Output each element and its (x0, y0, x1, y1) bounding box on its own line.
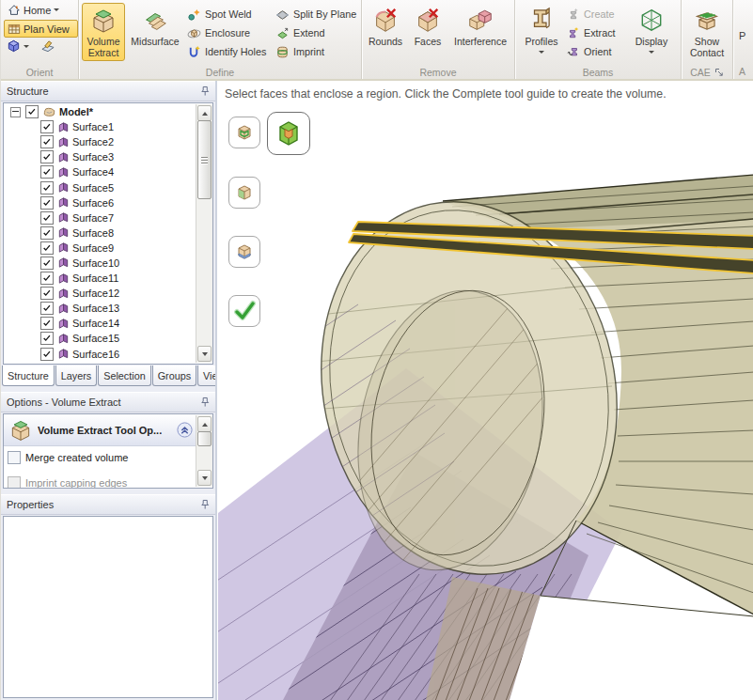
visibility-checkbox[interactable] (40, 272, 54, 285)
extend-icon (275, 26, 290, 40)
collapse-section-button[interactable] (174, 422, 196, 438)
ribbon-group-clipped: P A (733, 0, 753, 79)
volume-extract-label-1: Volume (86, 37, 119, 48)
profiles-button[interactable]: Profiles (520, 3, 563, 61)
visibility-checkbox[interactable] (40, 196, 54, 210)
sketch-view-button[interactable] (38, 38, 58, 55)
surface-icon (57, 151, 70, 163)
tree-item-label: Surface4 (72, 166, 114, 178)
visibility-checkbox[interactable] (40, 226, 54, 240)
scroll-down-button[interactable] (197, 346, 212, 362)
beam-create-icon (567, 8, 580, 21)
visibility-checkbox[interactable] (40, 165, 54, 179)
panel-tab[interactable]: Layers (55, 366, 97, 386)
pin-icon[interactable] (200, 86, 210, 97)
display-button[interactable]: Display (629, 3, 674, 61)
panel-tab-row: Structure Layers Selection Groups Views (1, 366, 215, 386)
enclosure-button[interactable]: Enclosure (184, 23, 273, 42)
volume-extract-label-2: Extract (88, 48, 119, 59)
visibility-checkbox[interactable] (40, 332, 54, 345)
dialog-launcher-icon[interactable] (714, 68, 724, 77)
scroll-down-button[interactable] (197, 470, 212, 486)
pin-icon[interactable] (200, 397, 210, 408)
tree-item-surface[interactable]: Surface9 (4, 241, 196, 256)
tree-item-surface[interactable]: Surface10 (4, 256, 196, 271)
pin-icon[interactable] (200, 499, 210, 510)
visibility-checkbox[interactable] (40, 135, 54, 148)
visibility-checkbox[interactable] (25, 105, 39, 118)
beam-orient-button[interactable]: Orient (564, 42, 628, 61)
scroll-thumb[interactable] (197, 431, 212, 446)
tree-item-surface[interactable]: Surface6 (4, 195, 196, 210)
checkmark-icon (42, 183, 52, 193)
ribbon-group-define: Volume Extract Midsurface Spot Weld (79, 0, 362, 79)
tree-item-surface[interactable]: Surface1 (4, 119, 196, 134)
tree-item-surface[interactable]: Surface15 (4, 331, 196, 346)
tree-item-surface[interactable]: Surface3 (4, 149, 196, 164)
merge-created-volume-option[interactable]: Merge created volume (8, 451, 196, 464)
home-button[interactable]: Home (4, 1, 78, 19)
scroll-up-button[interactable] (197, 416, 212, 432)
imprint-capping-edges-option[interactable]: Imprint capping edges (8, 476, 196, 489)
scroll-thumb[interactable] (197, 120, 212, 199)
surface-icon (57, 348, 70, 360)
midsurface-button[interactable]: Midsurface (127, 3, 183, 61)
viewport-3d[interactable]: Select faces that enclose a region. Clic… (217, 81, 753, 700)
select-faces-guide-button[interactable] (228, 117, 260, 148)
display-label: Display (635, 37, 667, 48)
tree-item-surface[interactable]: Surface7 (4, 210, 196, 226)
tree-item-surface[interactable]: Surface14 (4, 316, 196, 331)
tree-item-surface[interactable]: Surface12 (4, 286, 196, 301)
checkmark-icon (42, 258, 52, 268)
visibility-checkbox[interactable] (40, 181, 54, 194)
iso-view-button[interactable] (4, 38, 32, 55)
plan-view-button[interactable]: Plan View (4, 20, 78, 38)
spot-weld-button[interactable]: Spot Weld (184, 5, 273, 23)
identify-holes-button[interactable]: Identify Holes (184, 42, 273, 61)
complete-guide-button[interactable] (228, 295, 260, 327)
panel-tab[interactable]: Selection (98, 366, 150, 386)
structure-scrollbar[interactable] (196, 104, 212, 363)
tree-collapse-icon[interactable] (10, 107, 21, 117)
tree-item-surface[interactable]: Surface4 (4, 164, 196, 179)
visibility-checkbox[interactable] (40, 287, 54, 300)
extend-button[interactable]: Extend (273, 23, 361, 42)
panel-tab[interactable]: Groups (152, 366, 196, 386)
split-by-plane-button[interactable]: Split By Plane (273, 5, 361, 23)
visibility-checkbox[interactable] (40, 241, 54, 255)
tree-item-surface[interactable]: Surface16 (4, 347, 196, 362)
show-contact-button[interactable]: Show Contact (683, 3, 730, 61)
imprint-button[interactable]: Imprint (273, 42, 361, 61)
merge-volume-checkbox[interactable] (8, 451, 21, 464)
visibility-checkbox[interactable] (40, 302, 54, 315)
faces-button[interactable]: Faces (409, 3, 447, 61)
tree-item-surface[interactable]: Surface2 (4, 134, 196, 149)
visibility-checkbox[interactable] (40, 211, 54, 225)
tree-item-surface[interactable]: Surface5 (4, 179, 196, 194)
imprint-capping-checkbox[interactable] (8, 476, 21, 489)
model-3d-scene[interactable] (217, 81, 753, 700)
panel-tab[interactable]: Structure (2, 366, 55, 386)
tree-item-surface[interactable]: Surface13 (4, 301, 196, 316)
tree-item-surface[interactable]: Surface8 (4, 226, 196, 241)
scroll-up-button[interactable] (197, 105, 212, 121)
visibility-checkbox[interactable] (40, 257, 54, 270)
volume-extract-button[interactable]: Volume Extract (82, 3, 125, 61)
panel-tab[interactable]: Views (197, 366, 217, 386)
options-scrollbar[interactable] (196, 415, 212, 487)
select-seed-face-guide-button[interactable] (228, 236, 260, 268)
volume-extract-guide-button[interactable] (267, 112, 310, 155)
tree-item-model[interactable]: Model* (4, 104, 196, 119)
beam-extract-button[interactable]: Extract (564, 23, 628, 42)
visibility-checkbox[interactable] (40, 348, 54, 361)
ribbon: Home Plan View Orient (1, 0, 753, 81)
options-panel-body: Volume Extract Tool Op... Merge created … (3, 413, 213, 489)
interference-button[interactable]: Interference (448, 3, 512, 61)
beam-create-button[interactable]: Create (564, 5, 628, 23)
rounds-button[interactable]: Rounds (364, 3, 407, 61)
visibility-checkbox[interactable] (40, 317, 54, 330)
visibility-checkbox[interactable] (40, 120, 54, 133)
tree-item-surface[interactable]: Surface11 (4, 271, 196, 286)
select-capping-faces-guide-button[interactable] (228, 177, 260, 209)
visibility-checkbox[interactable] (40, 150, 54, 163)
